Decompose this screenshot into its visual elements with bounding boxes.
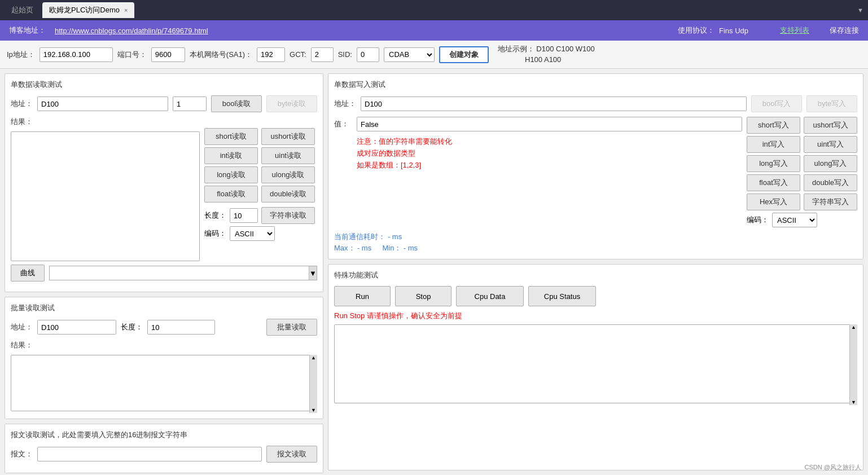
single-read-addr-input[interactable] [37, 96, 168, 111]
ip-input[interactable] [40, 47, 113, 62]
uint-read-btn[interactable]: uint读取 [261, 147, 315, 164]
conn-bar: Ip地址： 端口号： 本机网络号(SA1)： GCT: SID: CDAB AB… [0, 41, 868, 69]
ushort-read-btn[interactable]: ushort读取 [261, 128, 315, 145]
result-left: 结果： [11, 117, 200, 261]
warning-line1: 注意：值的字符串需要能转化 [357, 137, 452, 146]
tab-start[interactable]: 起始页 [5, 2, 40, 18]
write-encode-select[interactable]: ASCII UTF-8 GB2312 [772, 213, 817, 227]
single-read-num-input[interactable] [173, 96, 207, 111]
blog-url[interactable]: http://www.cnblogs.com/dathlin/p/7469679… [55, 27, 208, 35]
protocol-area: 使用协议： Fins Udp [678, 25, 748, 36]
special-scroll-down[interactable]: ▼ [850, 399, 857, 405]
write-addr-input[interactable] [361, 96, 747, 111]
str-write-btn[interactable]: 字符串写入 [804, 193, 857, 210]
short-write-btn[interactable]: short写入 [747, 117, 800, 134]
write-val-row: 值： [334, 117, 742, 131]
double-read-btn[interactable]: double读取 [261, 186, 315, 203]
stop-btn[interactable]: Stop [395, 286, 451, 306]
scroll-indicator: ▼ [49, 266, 317, 280]
float-read-btn[interactable]: float读取 [204, 186, 258, 203]
batch-scroll-down[interactable]: ▼ [310, 407, 317, 413]
byte-read-btn[interactable]: byte读取 [266, 95, 317, 112]
short-read-btn[interactable]: short读取 [204, 128, 258, 145]
create-obj-btn[interactable]: 创建对象 [439, 46, 489, 63]
write-encode-label: 编码： [747, 215, 769, 225]
long-write-btn[interactable]: long写入 [747, 155, 800, 172]
cpu-status-btn[interactable]: Cpu Status [528, 286, 596, 306]
ulong-read-btn[interactable]: ulong读取 [261, 166, 315, 183]
write-btn-row-long: long写入 ulong写入 [747, 155, 857, 172]
port-label: 端口号： [117, 50, 147, 60]
main-content: 单数据读取测试 地址： bool读取 byte读取 结果： [0, 69, 868, 475]
batch-read-btn[interactable]: 批量读取 [266, 319, 317, 336]
msg-input[interactable] [37, 447, 262, 461]
addr-example-line1: D100 C100 W100 [536, 45, 594, 53]
batch-len-label: 长度： [121, 322, 143, 332]
result-label-row: 结果： [11, 117, 200, 127]
msg-read-label: 报文读取测试，此处需要填入完整的16进制报文字符串 [11, 430, 317, 440]
sid-input[interactable] [357, 47, 379, 62]
ushort-write-btn[interactable]: ushort写入 [804, 117, 857, 134]
tab-demo[interactable]: 欧姆龙PLC访问Demo × [42, 2, 134, 18]
uint-write-btn[interactable]: uint写入 [804, 136, 857, 153]
gct-input[interactable] [311, 47, 334, 62]
special-scroll-up[interactable]: ▲ [850, 324, 857, 330]
int-write-btn[interactable]: int写入 [747, 136, 800, 153]
scroll-down-btn[interactable]: ▼ [309, 266, 317, 280]
float-write-btn[interactable]: float写入 [747, 174, 800, 191]
tab-close-icon[interactable]: × [124, 7, 128, 14]
run-btn[interactable]: Run [334, 286, 391, 306]
special-warning: Run Stop 请谨慎操作，确认安全为前提 [334, 311, 857, 321]
batch-result-wrapper: ▲ ▼ [11, 355, 317, 413]
timing-current-label: 当前通信耗时： [334, 232, 385, 241]
double-write-btn[interactable]: double写入 [804, 174, 857, 191]
batch-scroll-up[interactable]: ▲ [310, 355, 317, 360]
protocol-label: 使用协议： [678, 25, 714, 36]
blog-label: 博客地址： [9, 25, 46, 36]
timing-current-row: 当前通信耗时： - ms [334, 232, 857, 242]
write-val-input[interactable] [357, 117, 742, 131]
btn-row-float: float读取 double读取 [204, 186, 317, 203]
left-panel: 单数据读取测试 地址： bool读取 byte读取 结果： [5, 73, 323, 470]
byte-write-btn[interactable]: byte写入 [806, 95, 857, 112]
write-addr-label: 地址： [334, 99, 356, 109]
long-read-btn[interactable]: long读取 [204, 166, 258, 183]
bool-read-btn[interactable]: bool读取 [211, 95, 262, 112]
batch-result[interactable] [11, 355, 317, 411]
title-bar: 起始页 欧姆龙PLC访问Demo × ▼ [0, 0, 868, 20]
batch-read-section: 批量读取测试 地址： 长度： 批量读取 结果： ▲ ▼ [5, 297, 323, 419]
save-conn-btn[interactable]: 保存连接 [830, 25, 859, 36]
hex-write-btn[interactable]: Hex写入 [747, 193, 800, 210]
timing-max-label: Max： [334, 244, 356, 252]
length-input[interactable] [230, 208, 258, 223]
support-link[interactable]: 支持列表 [780, 25, 809, 36]
write-btn-row-short: short写入 ushort写入 [747, 117, 857, 134]
batch-read-title: 批量读取测试 [11, 303, 317, 313]
write-val-label: 值： [334, 119, 352, 129]
write-warning: 注意：值的字符串需要能转化 成对应的数据类型 如果是数组：[1,2,3] [357, 136, 742, 171]
batch-len-input[interactable] [147, 320, 215, 335]
single-read-result[interactable] [11, 131, 200, 261]
encode-label: 编码： [204, 228, 226, 239]
encoding-row: 编码： ASCII UTF-8 GB2312 [204, 226, 317, 241]
length-row: 长度： 字符串读取 [204, 207, 317, 224]
bool-write-btn[interactable]: bool写入 [751, 95, 802, 112]
msg-read-btn[interactable]: 报文读取 [266, 446, 317, 463]
btn-row-long: long读取 ulong读取 [204, 166, 317, 183]
sa1-input[interactable] [257, 47, 285, 62]
batch-addr-row: 地址： 长度： 批量读取 [11, 319, 317, 336]
cpu-data-btn[interactable]: Cpu Data [456, 286, 524, 306]
curve-btn[interactable]: 曲线 [11, 265, 45, 282]
int-read-btn[interactable]: int读取 [204, 147, 258, 164]
byte-order-select[interactable]: CDAB ABCD BADC DCBA [384, 47, 435, 62]
special-result-wrapper: ▲ ▼ [334, 324, 857, 405]
port-input[interactable] [151, 47, 185, 62]
encode-select[interactable]: ASCII UTF-8 GB2312 [230, 226, 275, 241]
ulong-write-btn[interactable]: ulong写入 [804, 155, 857, 172]
special-result[interactable] [334, 324, 857, 403]
addr-example: 地址示例： D100 C100 W100 H100 A100 [498, 44, 595, 64]
batch-addr-input[interactable] [37, 320, 116, 335]
timing-max-value: - ms [357, 244, 371, 252]
str-read-btn[interactable]: 字符串读取 [261, 207, 315, 224]
single-write-title: 单数据写入测试 [334, 80, 857, 90]
